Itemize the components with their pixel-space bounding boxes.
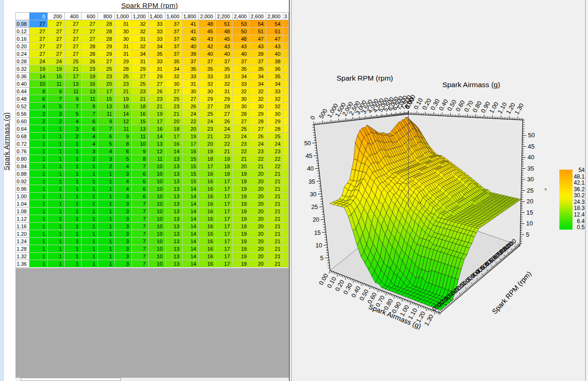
table-cell[interactable]: 17 [216,215,233,223]
col-header[interactable]: 1,800 [182,13,199,20]
table-cell[interactable]: 21 [266,260,283,268]
table-cell[interactable]: 21 [249,163,266,170]
table-cell[interactable]: 16 [199,170,216,178]
table-cell[interactable]: 1 [29,155,47,163]
table-cell[interactable]: 14 [165,148,182,155]
table-cell[interactable]: 32 [266,103,283,110]
table-cell[interactable]: 2 [48,118,65,125]
table-cell[interactable]: 43 [249,43,266,50]
table-cell[interactable]: 14 [182,260,199,268]
table-cell[interactable]: 1 [64,163,81,170]
table-cell[interactable]: 9 [114,133,131,140]
table-cell[interactable]: 17 [165,133,182,140]
table-cell-partial[interactable] [283,208,289,215]
table-cell-partial[interactable] [283,73,289,80]
table-cell[interactable]: 37 [199,58,216,65]
table-cell[interactable]: 3 [81,148,98,155]
row-header[interactable]: 0.08 [16,20,30,28]
table-cell[interactable]: 29 [249,110,266,118]
table-cell[interactable]: 13 [165,238,182,245]
row-header[interactable]: 0.36 [16,73,30,80]
table-cell[interactable]: 5 [64,110,81,118]
col-header[interactable]: 1,000 [114,13,131,20]
table-cell[interactable]: 1 [64,215,81,223]
table-cell[interactable]: 25 [199,110,216,118]
table-cell[interactable]: 42 [199,43,216,50]
table-cell[interactable]: 1 [98,178,115,185]
table-cell[interactable]: 29 [148,73,165,80]
table-cell[interactable]: 10 [148,185,165,193]
table-cell[interactable]: 1 [48,178,65,185]
table-cell[interactable]: 25 [98,65,115,73]
table-cell[interactable]: 14 [29,73,47,80]
table-cell[interactable]: 14 [114,110,131,118]
table-cell[interactable]: 40 [182,35,199,43]
table-cell[interactable]: 13 [165,193,182,200]
table-cell[interactable]: 17 [216,223,233,230]
table-cell[interactable]: 16 [199,230,216,238]
table-cell[interactable]: 13 [165,178,182,185]
table-cell-partial[interactable] [283,223,289,230]
table-cell[interactable]: 13 [165,163,182,170]
table-cell[interactable]: 32 [249,88,266,95]
table-cell[interactable]: 7 [98,125,115,133]
table-cell[interactable]: 20 [249,245,266,253]
table-cell[interactable]: 31 [182,80,199,88]
table-cell[interactable]: 7 [131,208,148,215]
table-cell[interactable]: 1 [48,148,65,155]
table-cell[interactable]: 17 [199,163,216,170]
table-cell[interactable]: 24 [29,58,47,65]
table-cell[interactable]: 7 [131,238,148,245]
table-cell[interactable]: 10 [148,208,165,215]
table-cell[interactable]: 9 [98,118,115,125]
table-cell[interactable]: 1 [64,200,81,208]
table-cell-partial[interactable] [283,58,289,65]
table-cell[interactable]: 11 [148,155,165,163]
table-cell[interactable]: 1 [29,140,47,148]
table-cell[interactable]: 1 [48,238,65,245]
table-cell[interactable]: 12 [148,148,165,155]
table-cell[interactable]: 3 [114,200,131,208]
table-cell[interactable]: 35 [216,65,233,73]
table-cell[interactable]: 14 [182,230,199,238]
table-cell[interactable]: 35 [165,58,182,65]
table-cell[interactable]: 10 [148,215,165,223]
table-cell[interactable]: 24 [48,58,65,65]
row-header[interactable]: 1.00 [16,193,30,200]
table-cell-partial[interactable] [283,170,289,178]
table-cell[interactable]: 3 [98,155,115,163]
table-cell[interactable]: 19 [233,170,249,178]
table-cell[interactable]: 34 [266,80,283,88]
table-cell[interactable]: 1 [29,178,47,185]
table-cell[interactable]: 7 [81,110,98,118]
table-cell[interactable]: 19 [233,253,249,260]
table-cell[interactable]: 10 [148,238,165,245]
table-cell[interactable]: 20 [249,193,266,200]
table-cell[interactable]: 4 [64,118,81,125]
table-cell[interactable]: 18 [165,125,182,133]
table-cell[interactable]: 27 [81,35,98,43]
table-cell[interactable]: 27 [182,95,199,103]
row-header[interactable]: 0.24 [16,50,30,58]
table-cell[interactable]: 10 [131,140,148,148]
table-cell[interactable]: 1 [81,253,98,260]
table-cell[interactable]: 29 [114,58,131,65]
table-cell[interactable]: 17 [148,118,165,125]
table-cell[interactable]: 20 [249,170,266,178]
row-header[interactable]: 1.08 [16,208,30,215]
table-cell[interactable]: 10 [148,223,165,230]
table-cell[interactable]: 6 [98,133,115,140]
table-cell[interactable]: 1 [48,200,65,208]
table-cell[interactable]: 31 [131,35,148,43]
table-cell[interactable]: 8 [29,88,47,95]
table-cell[interactable]: 19 [233,230,249,238]
table-cell[interactable]: 3 [114,245,131,253]
table-cell[interactable]: 1 [64,253,81,260]
table-cell[interactable]: 28 [216,103,233,110]
table-cell[interactable]: 1 [48,245,65,253]
row-header[interactable]: 1.28 [16,245,30,253]
table-cell[interactable]: 10 [29,80,47,88]
table-cell[interactable]: 18 [199,155,216,163]
table-cell[interactable]: 26 [148,88,165,95]
table-cell[interactable]: 19 [233,223,249,230]
